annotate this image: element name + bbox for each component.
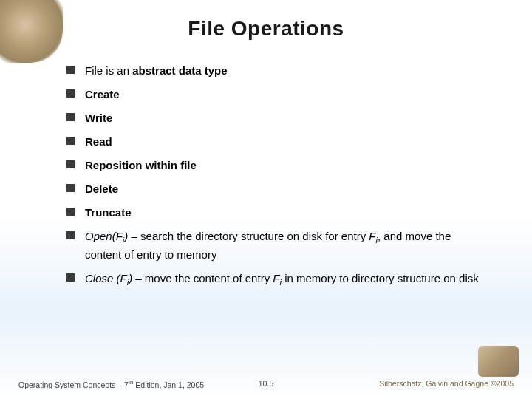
footer-copyright: Silberschatz, Galvin and Gagne ©2005 bbox=[273, 379, 514, 388]
bullet-text: Delete bbox=[85, 181, 480, 197]
slide-title: File Operations bbox=[30, 17, 502, 41]
bullet-list: File is an abstract data type Create Wri… bbox=[30, 63, 502, 289]
list-item: Reposition within file bbox=[66, 157, 480, 173]
list-item: Truncate bbox=[66, 205, 480, 220]
list-item: Read bbox=[66, 134, 480, 149]
bullet-text: Truncate bbox=[85, 205, 480, 220]
bullet-text: File is an abstract data type bbox=[85, 63, 480, 78]
footer-page-number: 10.5 bbox=[259, 379, 273, 388]
square-bullet-icon bbox=[66, 184, 75, 192]
bullet-text: Create bbox=[85, 86, 480, 102]
list-item: Delete bbox=[66, 181, 480, 197]
footer: Operating System Concepts – 7th Edition,… bbox=[0, 379, 532, 389]
square-bullet-icon bbox=[66, 273, 75, 282]
list-item: Open(Fi) – search the directory structur… bbox=[66, 228, 480, 262]
slide: File Operations File is an abstract data… bbox=[0, 0, 532, 399]
list-item: Write bbox=[66, 110, 480, 126]
bullet-text: Reposition within file bbox=[85, 157, 480, 173]
bullet-text: Open(Fi) – search the directory structur… bbox=[85, 228, 480, 262]
square-bullet-icon bbox=[66, 208, 75, 216]
dinosaur-bottom-right-decoration bbox=[478, 346, 519, 377]
list-item: File is an abstract data type bbox=[66, 63, 480, 78]
bullet-text: Read bbox=[85, 134, 480, 149]
dinosaur-top-left-decoration bbox=[0, 0, 63, 63]
bullet-text: Close (Fi) – move the content of entry F… bbox=[85, 270, 480, 289]
bullet-text: Write bbox=[85, 110, 480, 126]
list-item: Close (Fi) – move the content of entry F… bbox=[66, 270, 480, 289]
square-bullet-icon bbox=[66, 137, 75, 145]
square-bullet-icon bbox=[66, 231, 75, 239]
square-bullet-icon bbox=[66, 113, 75, 121]
square-bullet-icon bbox=[66, 89, 75, 98]
list-item: Create bbox=[66, 86, 480, 102]
footer-left: Operating System Concepts – 7th Edition,… bbox=[18, 379, 259, 389]
square-bullet-icon bbox=[66, 160, 75, 168]
square-bullet-icon bbox=[66, 66, 75, 74]
